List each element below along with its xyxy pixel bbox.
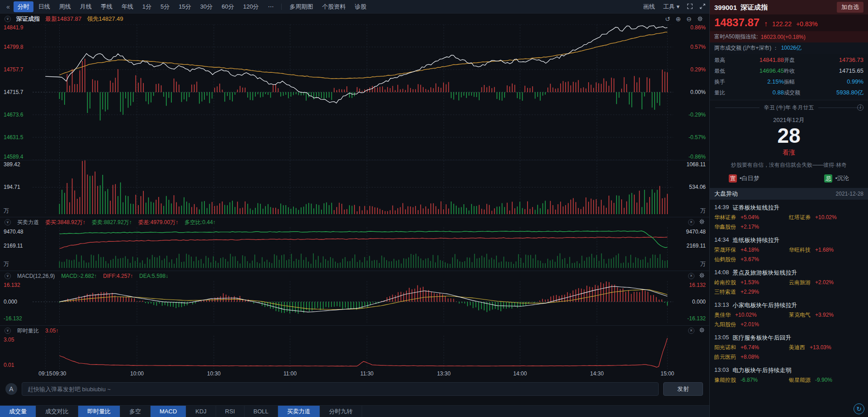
- period-tab-120min[interactable]: 120分: [239, 1, 263, 12]
- a50-futures-row: 富时A50期指连续: 16023.00(+0.18%): [710, 31, 868, 42]
- news-item[interactable]: 13:13小家电板块午后持续拉升 奥佳华+10.02% 莱克电气+3.92% 九…: [714, 298, 863, 331]
- tab-volume-ratio[interactable]: 即时量比: [78, 406, 120, 417]
- draw-line-button[interactable]: 画线: [642, 1, 656, 12]
- pct-axis-label: 0.29%: [690, 66, 706, 73]
- price-axis-label: 14757.7: [4, 66, 23, 73]
- time-tick: 13:30: [437, 370, 451, 377]
- tab-boll[interactable]: BOLL: [245, 406, 278, 417]
- force-chart[interactable]: [33, 227, 673, 268]
- collapse-icon[interactable]: ∨: [5, 328, 11, 334]
- news-item[interactable]: 14:08景点及旅游板块短线拉升 岭南控股+1.53% 云南旅游+2.02% 三…: [714, 266, 863, 298]
- period-tab-monthly[interactable]: 月线: [76, 1, 96, 12]
- stock-quote[interactable]: 华鑫股份+2.17%: [714, 223, 789, 231]
- period-tab-yearly[interactable]: 年线: [118, 1, 137, 12]
- add-watchlist-button[interactable]: 加自选: [837, 2, 863, 13]
- period-tab-1min[interactable]: 1分: [138, 1, 156, 12]
- period-tab-weekly[interactable]: 周线: [55, 1, 75, 12]
- expand-icon[interactable]: [687, 3, 693, 10]
- tab-kdj[interactable]: KDJ: [186, 406, 216, 417]
- period-tab-quarterly[interactable]: 季线: [97, 1, 117, 12]
- tab-force[interactable]: 买卖力道: [278, 406, 320, 417]
- collapse-icon[interactable]: ∨: [5, 16, 11, 22]
- stock-quote[interactable]: 华旺科技+1.68%: [789, 246, 863, 254]
- stock-quote[interactable]: 奥佳华+10.02%: [714, 311, 789, 319]
- menu-diagnose-stock[interactable]: 诊股: [350, 1, 370, 12]
- stock-quote[interactable]: 仙鹤股份+3.67%: [714, 256, 789, 263]
- tab-nine-turn[interactable]: 分时九转: [320, 406, 362, 417]
- stock-quote[interactable]: 红塔证券+10.02%: [789, 214, 863, 221]
- macd-chart[interactable]: [33, 281, 673, 323]
- tab-rsi[interactable]: RSI: [216, 406, 245, 417]
- stock-quote[interactable]: 华林证券+5.04%: [714, 214, 789, 221]
- price-chart-pane[interactable]: 14841.9 14799.8 14757.7 14715.7 14673.6 …: [0, 24, 709, 160]
- more-periods-icon[interactable]: ⋯: [264, 2, 278, 11]
- macd-axis-label: 0.000: [4, 299, 17, 305]
- news-time: 14:34: [714, 236, 729, 244]
- stock-quote[interactable]: 岭南控股+1.53%: [714, 279, 789, 286]
- ratio-chart-pane[interactable]: 3.05 0.01: [0, 336, 709, 369]
- menu-stock-info[interactable]: 个股资料: [318, 1, 349, 12]
- zoom-in-icon[interactable]: ⊕: [676, 16, 681, 22]
- force-chart-pane[interactable]: 9470.48 2169.11 万 9470.48 2169.11 万: [0, 227, 709, 268]
- tab-long-short[interactable]: 多空: [120, 406, 151, 417]
- collapse-icon[interactable]: ∨: [5, 273, 11, 279]
- period-tab-15min[interactable]: 15分: [175, 1, 195, 12]
- news-item[interactable]: 13:03电力板块午后持续走弱 豫能控股-6.87% 银星能源-9.90%: [714, 363, 863, 386]
- settings-gear-icon[interactable]: [697, 16, 703, 23]
- stock-quote[interactable]: 云南旅游+2.02%: [789, 279, 863, 286]
- macd-axis-label: 16.132: [4, 282, 20, 288]
- period-tab-daily[interactable]: 日线: [34, 1, 54, 12]
- price-chart[interactable]: [33, 24, 673, 160]
- danmaku-send-button[interactable]: 发射: [663, 382, 703, 396]
- fullscreen-icon[interactable]: [699, 3, 706, 10]
- stock-quote[interactable]: 九阳股份+2.01%: [714, 321, 789, 328]
- close-icon[interactable]: ×: [688, 328, 694, 334]
- macd-pane-icons: ×: [688, 272, 705, 280]
- close-icon[interactable]: ×: [688, 219, 694, 225]
- yi-ji-row: 宜•白日梦 忌•沉沦: [715, 174, 863, 183]
- refresh-button[interactable]: ↻: [854, 403, 864, 414]
- tab-volume[interactable]: 成交量: [0, 406, 36, 417]
- volume-axis-label: 1068.11: [687, 161, 706, 168]
- tab-macd[interactable]: MACD: [151, 406, 186, 417]
- stock-quote[interactable]: 阳光诺和+6.74%: [714, 344, 789, 351]
- period-tab-30min[interactable]: 30分: [196, 1, 217, 12]
- reset-zoom-icon[interactable]: ↺: [665, 16, 670, 22]
- ratio-chart[interactable]: [33, 336, 673, 369]
- back-icon[interactable]: «: [4, 3, 13, 10]
- zoom-out-icon[interactable]: ⊖: [686, 16, 692, 22]
- news-item[interactable]: 13:05医疗服务板块午后回升 阳光诺和+6.74% 美迪西+13.03% 皓元…: [714, 331, 863, 363]
- stock-quote[interactable]: 三特索道+2.29%: [714, 288, 789, 296]
- menu-multi-period-chart[interactable]: 多周期图: [285, 1, 317, 12]
- stat-label: 昨收: [784, 66, 810, 76]
- macd-axis-label: -16.132: [687, 315, 706, 322]
- stock-quote[interactable]: 皓元医药+8.08%: [714, 353, 789, 361]
- settings-gear-icon[interactable]: [699, 219, 705, 226]
- period-tab-60min[interactable]: 60分: [217, 1, 238, 12]
- stock-quote[interactable]: 美迪西+13.03%: [789, 344, 863, 351]
- macd-pane-title: MACD(12,26,9): [17, 273, 55, 279]
- tools-dropdown[interactable]: 工具 ▾: [662, 1, 680, 12]
- news-item[interactable]: 14:39证券板块短线拉升 华林证券+5.04% 红塔证券+10.02% 华鑫股…: [714, 201, 863, 233]
- news-item[interactable]: 14:34造纸板块持续拉升 荣晟环保+4.18% 华旺科技+1.68% 仙鹤股份…: [714, 233, 863, 266]
- info-icon[interactable]: i: [857, 104, 863, 111]
- close-icon[interactable]: ×: [688, 273, 694, 279]
- volume-chart[interactable]: [33, 160, 673, 214]
- macd-chart-pane[interactable]: 16.132 0.000 -16.132 16.132 0.000 -16.13…: [0, 281, 709, 323]
- danmaku-input[interactable]: [22, 382, 659, 396]
- market-movers-title: 大盘异动: [714, 190, 738, 198]
- settings-gear-icon[interactable]: [699, 272, 705, 280]
- collapse-icon[interactable]: ∨: [5, 219, 11, 225]
- ratio-axis-label: 3.05: [4, 337, 14, 343]
- settings-gear-icon[interactable]: [699, 327, 705, 334]
- stock-quote[interactable]: 银星能源-9.90%: [789, 376, 863, 384]
- stat-label: 最高: [714, 55, 731, 66]
- stock-quote[interactable]: 豫能控股-6.87%: [714, 376, 789, 384]
- volume-chart-pane[interactable]: 389.42 194.71 万 1068.11 534.06 万: [0, 160, 709, 214]
- tab-volume-compare[interactable]: 成交对比: [36, 406, 78, 417]
- current-price: 14837.87: [714, 16, 760, 29]
- period-tab-5min[interactable]: 5分: [156, 1, 174, 12]
- stock-quote[interactable]: 莱克电气+3.92%: [789, 311, 863, 319]
- period-tab-timeshare[interactable]: 分时: [14, 1, 33, 12]
- stock-quote[interactable]: 荣晟环保+4.18%: [714, 246, 789, 254]
